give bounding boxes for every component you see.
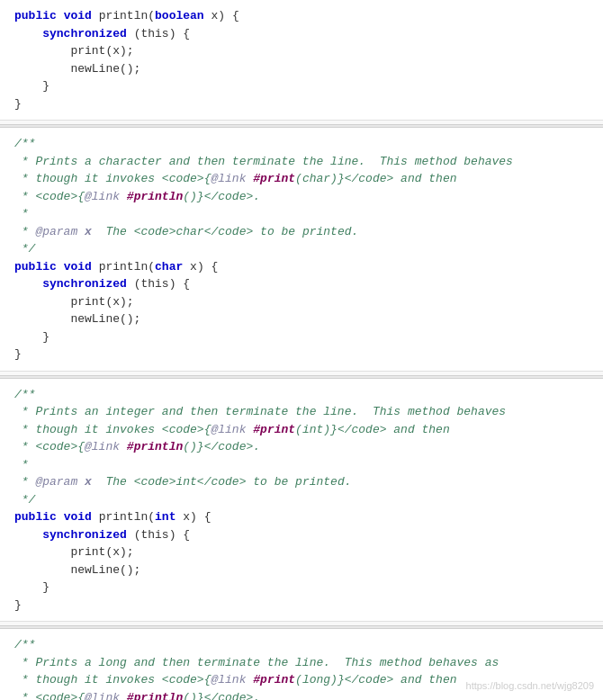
line-char-doc-param: * @param x The <code>char</code> to be p…: [14, 223, 589, 241]
line-int-doc-4: *: [14, 456, 589, 474]
line-print-1: print(x);: [14, 42, 589, 60]
line-int-doc-open: /**: [14, 386, 589, 404]
line-int-doc-2: * though it invokes <code>{@link #print(…: [14, 421, 589, 439]
code-editor: public void println(boolean x) { synchro…: [0, 0, 603, 700]
section-char: /** * Prints a character and then termin…: [0, 128, 603, 372]
line-close-method-1: }: [14, 95, 589, 113]
line-char-sig: public void println(char x) {: [14, 258, 589, 276]
section-int: /** * Prints an integer and then termina…: [0, 379, 603, 623]
line-newline-2: newLine();: [14, 310, 589, 328]
line-close-method-2: }: [14, 346, 589, 363]
line-char-doc-1: * Prints a character and then terminate …: [14, 153, 589, 171]
line-boolean-sig: public void println(boolean x) {: [14, 7, 589, 25]
line-print-2: print(x);: [14, 293, 589, 311]
line-int-sig: public void println(int x) {: [14, 508, 589, 526]
line-close-sync-1: }: [14, 77, 589, 95]
line-print-3: print(x);: [14, 543, 589, 561]
line-char-doc-close: */: [14, 240, 589, 258]
section-boolean-body: public void println(boolean x) { synchro…: [0, 0, 603, 121]
line-newline-3: newLine();: [14, 561, 589, 579]
line-close-sync-3: }: [14, 579, 589, 597]
line-synchronized-3: synchronized (this) {: [14, 526, 589, 544]
line-char-doc-4: *: [14, 205, 589, 223]
line-int-doc-1: * Prints an integer and then terminate t…: [14, 403, 589, 421]
line-synchronized-2: synchronized (this) {: [14, 275, 589, 293]
line-char-doc-open: /**: [14, 135, 589, 153]
watermark: https://blog.csdn.net/wjg8209: [466, 680, 594, 691]
line-char-doc-3: * <code>{@link #println()}</code>.: [14, 188, 589, 206]
line-long-doc-1: * Prints a long and then terminate the l…: [14, 654, 589, 672]
line-int-doc-close: */: [14, 491, 589, 509]
line-synchronized-1: synchronized (this) {: [14, 25, 589, 43]
line-close-sync-2: }: [14, 328, 589, 346]
line-char-doc-2: * though it invokes <code>{@link #print(…: [14, 170, 589, 188]
line-long-doc-open: /**: [14, 636, 589, 654]
line-close-method-3: }: [14, 597, 589, 615]
line-newline-1: newLine();: [14, 60, 589, 78]
line-int-doc-3: * <code>{@link #println()}</code>.: [14, 438, 589, 456]
line-int-doc-param: * @param x The <code>int</code> to be pr…: [14, 473, 589, 491]
